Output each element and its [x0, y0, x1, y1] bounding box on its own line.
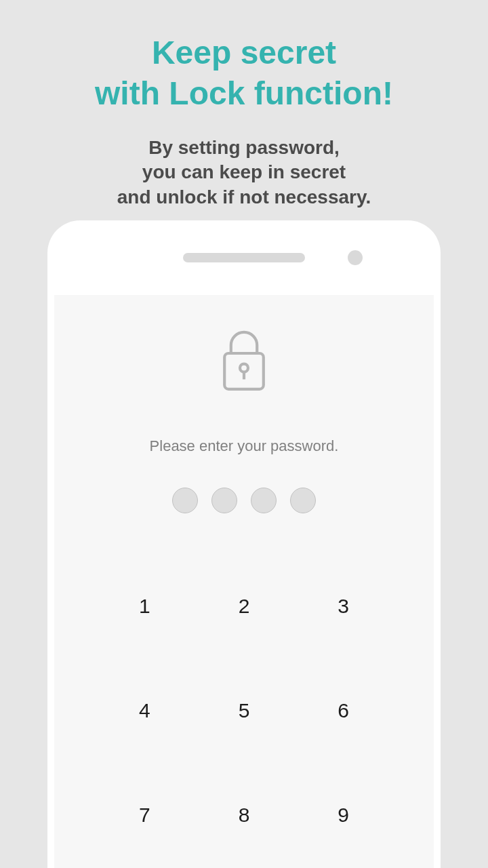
key-7[interactable]: 7 [95, 804, 195, 827]
phone-top-bar [47, 220, 441, 295]
pin-dot-1 [172, 488, 198, 513]
promo-headline: Keep secret with Lock function! [0, 0, 488, 114]
key-1[interactable]: 1 [95, 595, 195, 618]
headline-line2: with Lock function! [95, 75, 393, 111]
key-3[interactable]: 3 [293, 595, 393, 618]
phone-speaker-slot [183, 253, 305, 262]
lock-icon-wrap [54, 329, 434, 397]
key-8[interactable]: 8 [195, 804, 294, 827]
promo-subheadline: By setting password, you can keep in sec… [0, 114, 488, 210]
phone-mockup-frame: Please enter your password. 1 2 3 4 5 6 … [47, 220, 441, 868]
numeric-keypad: 1 2 3 4 5 6 7 8 9 [54, 595, 434, 827]
key-6[interactable]: 6 [293, 699, 393, 722]
pin-dot-2 [211, 488, 237, 513]
key-5[interactable]: 5 [195, 699, 294, 722]
phone-screen: Please enter your password. 1 2 3 4 5 6 … [54, 295, 434, 868]
phone-front-camera [348, 250, 363, 265]
password-prompt: Please enter your password. [54, 437, 434, 455]
subheadline-line3: and unlock if not necessary. [117, 186, 371, 208]
password-dots-row [54, 488, 434, 513]
key-4[interactable]: 4 [95, 699, 195, 722]
key-2[interactable]: 2 [195, 595, 294, 618]
headline-line1: Keep secret [152, 35, 336, 71]
lock-icon [220, 329, 268, 397]
key-9[interactable]: 9 [293, 804, 393, 827]
subheadline-line2: you can keep in secret [142, 161, 346, 182]
svg-point-1 [240, 364, 248, 372]
pin-dot-3 [251, 488, 277, 513]
subheadline-line1: By setting password, [148, 137, 340, 158]
pin-dot-4 [290, 488, 316, 513]
